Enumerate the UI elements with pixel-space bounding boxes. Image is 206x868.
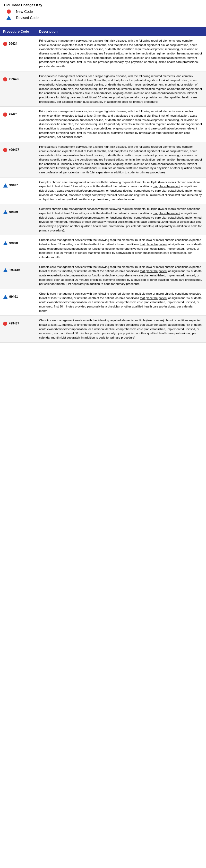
description-cell-99424: Principal care management services, for … <box>36 36 206 71</box>
triangle-icon <box>3 183 8 189</box>
table-row: +99439Chronic care management services w… <box>0 262 206 289</box>
table-row: 99487Complex chronic care management ser… <box>0 177 206 204</box>
code-content: +99425 <box>3 74 33 83</box>
legend-container: CPT Code Changes Key New Code Revised Co… <box>0 0 206 26</box>
circle-icon <box>7 9 11 13</box>
procedure-code-value: +99427 <box>9 148 19 152</box>
triangle-icon <box>3 241 8 247</box>
legend-item-revised-code: Revised Code <box>4 16 202 20</box>
table-row: 99426Principal care management services,… <box>0 106 206 142</box>
circle-icon <box>3 321 7 327</box>
procedure-code-value: 99489 <box>9 210 18 214</box>
code-cell-+99437: +99437 <box>0 316 36 342</box>
description-cell-+99437: Chronic care management services with th… <box>36 316 206 342</box>
code-cell-+99439: +99439 <box>0 262 36 289</box>
code-cell-+99427: +99427 <box>0 142 36 178</box>
description-cell-99487: Complex chronic care management services… <box>36 177 206 204</box>
table-row: +99427Principal care management services… <box>0 142 206 178</box>
procedure-code-value: 99490 <box>9 241 18 245</box>
table-row: 99489Complex chronic care management ser… <box>0 204 206 235</box>
procedure-code-value: 99426 <box>9 112 17 117</box>
description-cell-+99439: Chronic care management services with th… <box>36 262 206 289</box>
table-row: +99437Chronic care management services w… <box>0 316 206 342</box>
table-row: +99425Principal care management services… <box>0 71 206 106</box>
code-cell-99487: 99487 <box>0 177 36 204</box>
col-header-description: Description <box>36 27 206 36</box>
procedure-code-value: 99424 <box>9 42 17 46</box>
circle-icon <box>3 42 7 47</box>
procedure-code-value: +99425 <box>9 77 19 82</box>
code-content: +99427 <box>3 145 33 153</box>
triangle-icon <box>3 268 8 274</box>
table-row: 99424Principal care management services,… <box>0 36 206 71</box>
new-code-icon-container <box>4 9 14 13</box>
code-content: 99424 <box>3 38 33 47</box>
description-cell-99490: Chronic care management services with th… <box>36 235 206 262</box>
revised-code-label: Revised Code <box>16 16 38 20</box>
code-content: 99489 <box>3 207 33 216</box>
procedure-code-value: +99439 <box>9 268 20 272</box>
legend-title: CPT Code Changes Key <box>4 3 202 7</box>
procedure-code-value: 99491 <box>9 294 18 299</box>
table-header-row: Procedure Code Description <box>0 27 206 36</box>
code-cell-+99425: +99425 <box>0 71 36 106</box>
code-content: 99487 <box>3 180 33 189</box>
code-cell-99426: 99426 <box>0 106 36 142</box>
code-content: +99437 <box>3 318 33 327</box>
table-row: 99490Chronic care management services wi… <box>0 235 206 262</box>
description-cell-99426: Principal care management services, for … <box>36 106 206 142</box>
code-cell-99491: 99491 <box>0 289 36 315</box>
code-cell-99489: 99489 <box>0 204 36 235</box>
legend-item-new-code: New Code <box>4 9 202 13</box>
revised-code-icon-container <box>4 16 14 20</box>
triangle-icon <box>6 16 11 20</box>
triangle-icon <box>3 210 8 216</box>
code-content: 99491 <box>3 291 33 300</box>
description-cell-99489: Complex chronic care management services… <box>36 204 206 235</box>
code-content: 99490 <box>3 238 33 247</box>
description-cell-+99425: Principal care management services, for … <box>36 71 206 106</box>
description-cell-+99427: Principal care management services, for … <box>36 142 206 178</box>
circle-icon <box>3 148 7 153</box>
procedure-code-value: 99487 <box>9 183 18 188</box>
code-content: 99426 <box>3 109 33 118</box>
code-cell-99490: 99490 <box>0 235 36 262</box>
code-content: +99439 <box>3 265 33 274</box>
table-row: 99491Chronic care management services wi… <box>0 289 206 315</box>
description-cell-99491: Chronic care management services with th… <box>36 289 206 315</box>
circle-icon <box>3 77 7 83</box>
procedure-code-value: +99437 <box>9 321 19 326</box>
col-header-procedure-code: Procedure Code <box>0 27 36 36</box>
new-code-label: New Code <box>16 9 33 13</box>
triangle-icon <box>3 295 8 300</box>
code-cell-99424: 99424 <box>0 36 36 71</box>
circle-icon <box>3 113 7 118</box>
cpt-codes-table: Procedure Code Description 99424Principa… <box>0 27 206 343</box>
